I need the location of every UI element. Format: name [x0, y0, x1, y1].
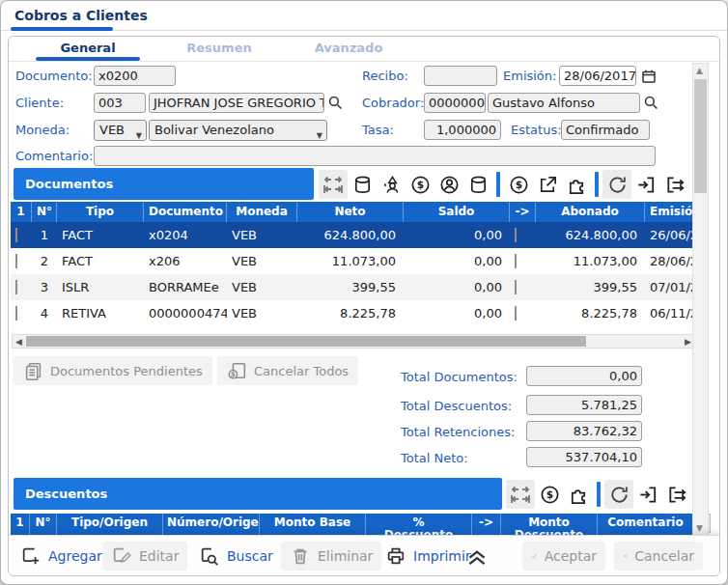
plugin-icon[interactable] [562, 170, 591, 199]
descuentos-toolbar: $ [506, 479, 691, 510]
col-numero[interactable]: N° [32, 202, 57, 222]
cliente-search-icon[interactable] [326, 94, 346, 113]
table-row[interactable]: 2 FACT x206 VEB 11.073,00 0,00 11.073,00… [11, 248, 694, 274]
dollar-icon[interactable]: $ [504, 170, 533, 199]
moneda-code-select[interactable]: VEB▼ [94, 120, 147, 141]
total-descuentos-label: Total Descuentos: [401, 399, 512, 413]
tasa-field[interactable]: 1,000000 [424, 120, 501, 140]
cancelar-button[interactable]: Cancelar [614, 542, 703, 571]
estatus-field[interactable]: Confirmado [561, 120, 650, 140]
customer-icon[interactable] [434, 170, 463, 199]
apply-checkbox[interactable] [515, 280, 517, 294]
edit-icon [111, 545, 132, 567]
apply-checkbox[interactable] [515, 254, 517, 268]
cancelar-todos-button[interactable]: $ Cancelar Todos [217, 356, 358, 385]
row-checkbox[interactable] [15, 280, 17, 294]
tab-avanzado[interactable]: Avanzado [291, 37, 406, 61]
row-checkbox[interactable] [15, 254, 17, 268]
estatus-label: Estatus: [511, 123, 562, 137]
documento-field[interactable]: x0200 [94, 66, 176, 86]
apply-checkbox[interactable] [515, 306, 517, 320]
scroll-up-icon[interactable]: ▲ [696, 66, 703, 75]
row-abonado: 11.073,00 [536, 254, 645, 268]
refresh-icon[interactable] [604, 480, 633, 509]
row-num: 3 [32, 280, 57, 294]
col-arrow[interactable]: -> [510, 202, 536, 222]
database-icon[interactable] [348, 170, 377, 199]
documentos-pendientes-button[interactable]: Documentos Pendientes [14, 356, 212, 385]
scroll-right-icon[interactable]: ▶ [685, 337, 691, 347]
col-documento[interactable]: Documento [144, 202, 227, 222]
aceptar-label: Aceptar [545, 548, 597, 564]
col-saldo[interactable]: Saldo [404, 202, 510, 222]
col-tipo[interactable]: Tipo [57, 202, 144, 222]
chevron-down-icon: ▼ [136, 126, 142, 141]
col-moneda[interactable]: Moneda [227, 202, 297, 222]
close-icon [623, 546, 628, 566]
row-documento: BORRAMEe [144, 280, 227, 294]
editar-button[interactable]: Editar [102, 542, 187, 571]
import-icon[interactable] [631, 170, 660, 199]
agregar-button[interactable]: Agregar [12, 542, 111, 571]
database-icon[interactable] [463, 170, 492, 199]
eliminar-button[interactable]: Eliminar [281, 542, 381, 571]
scroll-left-icon[interactable]: ◀ [15, 337, 22, 347]
col-abonado[interactable]: Abonado [536, 202, 645, 222]
tab-general[interactable]: General [30, 37, 146, 61]
emision-field[interactable]: 28/06/2017 [559, 66, 636, 86]
plugin-icon[interactable] [564, 480, 593, 509]
export-icon[interactable] [660, 170, 689, 199]
row-neto: 8.225,78 [297, 306, 404, 320]
import-icon[interactable] [633, 480, 662, 509]
dollar-icon[interactable]: $ [535, 480, 564, 509]
cobrador-code-field[interactable]: 00000000 [424, 93, 486, 113]
total-neto-label: Total Neto: [401, 451, 468, 465]
col-select[interactable]: 1 [11, 202, 32, 222]
cobrador-search-icon[interactable] [642, 94, 661, 113]
vertical-scrollbar[interactable]: ▲ ▼ [692, 63, 709, 536]
row-moneda: VEB [227, 280, 297, 294]
row-saldo: 0,00 [404, 306, 510, 320]
tab-resumen[interactable]: Resumen [161, 37, 277, 61]
scrollbar-thumb[interactable] [26, 336, 586, 347]
row-checkbox[interactable] [15, 306, 17, 320]
open-external-icon[interactable] [533, 170, 562, 199]
collapse-button[interactable] [456, 542, 498, 571]
comentario-field[interactable] [94, 146, 656, 166]
fit-columns-icon[interactable] [319, 170, 348, 199]
table-row[interactable]: 4 RETIVA 0000000474 VEB 8.225,78 0,00 8.… [11, 300, 694, 326]
recibo-field[interactable] [424, 66, 497, 86]
fit-columns-icon[interactable] [506, 480, 535, 509]
cobrador-name-field[interactable]: Gustavo Alfonso [488, 93, 640, 113]
aceptar-button[interactable]: Aceptar [522, 542, 605, 571]
export-icon[interactable] [662, 480, 691, 509]
moneda-name-select[interactable]: Bolivar Venezolano▼ [149, 120, 327, 141]
cliente-name-field[interactable]: JHOFRAN JOSE GREGORIO T [149, 93, 324, 113]
buscar-label: Buscar [227, 548, 273, 564]
wizard-icon[interactable] [377, 170, 406, 199]
table-row[interactable]: 3 ISLR BORRAMEe VEB 399,55 0,00 399,55 0… [11, 274, 694, 300]
refresh-icon[interactable] [602, 170, 631, 199]
cliente-label: Cliente: [15, 96, 64, 110]
horizontal-scrollbar[interactable]: ◀ ▶ [12, 334, 695, 348]
trash-icon [290, 545, 311, 567]
cliente-code-field[interactable]: 003 [94, 93, 146, 113]
scroll-down-icon[interactable]: ▼ [696, 523, 703, 533]
scrollbar-thumb[interactable] [694, 79, 707, 193]
apply-checkbox[interactable] [515, 228, 517, 242]
total-retenciones-value: 83.762,32 [526, 421, 642, 441]
moneda-name-value: Bolivar Venezolano [154, 123, 274, 137]
col-neto[interactable]: Neto [297, 202, 404, 222]
title-underline [11, 27, 113, 31]
dollar-icon[interactable]: $ [406, 170, 434, 199]
row-checkbox[interactable] [15, 228, 17, 242]
documentos-table-header: 1 N° Tipo Documento Moneda Neto Saldo ->… [11, 202, 694, 222]
buscar-button[interactable]: Buscar [190, 542, 282, 571]
row-documento: x0204 [144, 228, 227, 242]
calendar-icon[interactable] [640, 68, 659, 87]
total-retenciones-label: Total Retenciones: [401, 425, 515, 439]
row-tipo: RETIVA [57, 306, 144, 320]
col-emision[interactable]: Emisión [645, 202, 694, 222]
table-row[interactable]: 1 FACT x0204 VEB 624.800,00 0,00 624.800… [11, 222, 694, 248]
editar-label: Editar [139, 548, 179, 564]
